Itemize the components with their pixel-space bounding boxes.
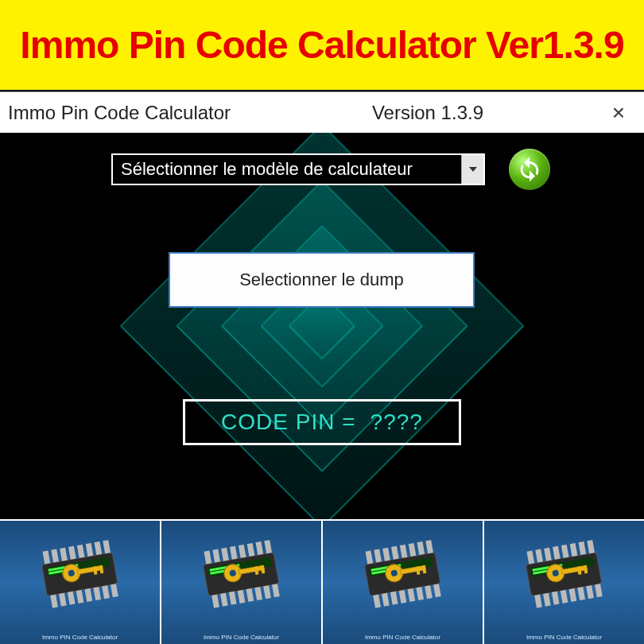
svg-rect-15 bbox=[68, 545, 76, 559]
window-version: Version 1.3.9 bbox=[372, 102, 483, 124]
svg-rect-55 bbox=[382, 592, 390, 606]
window-titlebar: Immo Pin Code Calculator Version 1.3.9 × bbox=[0, 91, 644, 133]
svg-rect-14 bbox=[60, 547, 68, 561]
svg-rect-5 bbox=[59, 592, 67, 606]
svg-rect-17 bbox=[85, 542, 93, 556]
chip-key-icon bbox=[351, 538, 455, 618]
chip-key-icon bbox=[190, 538, 293, 618]
svg-rect-61 bbox=[433, 584, 441, 597]
thumbnail-item: Immo PIN Code Calculator bbox=[161, 521, 323, 644]
thumbnail-item: Immo PIN Code Calculator bbox=[0, 521, 161, 644]
svg-rect-84 bbox=[577, 587, 585, 600]
banner: Immo Pin Code Calculator Ver1.3.9 bbox=[0, 0, 644, 91]
svg-rect-12 bbox=[42, 550, 50, 564]
svg-rect-56 bbox=[390, 591, 398, 604]
svg-rect-11 bbox=[111, 584, 118, 597]
thumbnail-item: Immo PIN Code Calculator bbox=[484, 521, 644, 644]
svg-rect-68 bbox=[417, 541, 425, 555]
result-box: CODE PIN = ???? bbox=[183, 399, 461, 445]
svg-rect-94 bbox=[587, 540, 595, 553]
svg-rect-19 bbox=[103, 540, 111, 553]
thumbnail-item: Immo PIN Code Calculator bbox=[323, 521, 484, 644]
svg-rect-65 bbox=[391, 545, 399, 559]
svg-rect-33 bbox=[246, 588, 254, 602]
app-body: Sélectionner le modèle de calculateur Se… bbox=[0, 133, 644, 519]
select-dump-label: Selectionner le dump bbox=[239, 270, 404, 290]
svg-rect-31 bbox=[228, 591, 236, 604]
svg-rect-37 bbox=[204, 550, 211, 564]
model-select-label: Sélectionner le modèle de calculateur bbox=[113, 155, 461, 184]
svg-rect-30 bbox=[220, 592, 228, 606]
svg-rect-88 bbox=[535, 549, 543, 562]
thumbnail-row: Immo PIN Code Calculator bbox=[0, 519, 644, 644]
result-label: CODE PIN = bbox=[221, 409, 355, 435]
refresh-icon bbox=[516, 156, 543, 183]
svg-rect-40 bbox=[230, 545, 238, 559]
thumbnail-label: Immo PIN Code Calculator bbox=[484, 634, 644, 641]
svg-rect-62 bbox=[365, 550, 373, 564]
svg-rect-44 bbox=[264, 540, 272, 553]
svg-rect-85 bbox=[586, 585, 594, 599]
svg-rect-90 bbox=[553, 545, 561, 559]
window-title: Immo Pin Code Calculator bbox=[8, 102, 231, 124]
chip-key-icon bbox=[513, 538, 616, 618]
svg-rect-80 bbox=[543, 592, 551, 606]
chevron-down-icon[interactable] bbox=[461, 155, 483, 184]
svg-rect-41 bbox=[238, 544, 246, 557]
svg-rect-34 bbox=[254, 587, 262, 600]
svg-rect-58 bbox=[407, 588, 415, 602]
svg-rect-64 bbox=[382, 547, 390, 561]
svg-rect-63 bbox=[374, 549, 382, 562]
svg-rect-35 bbox=[263, 585, 271, 599]
svg-rect-91 bbox=[561, 544, 568, 557]
svg-rect-38 bbox=[212, 549, 220, 562]
svg-rect-67 bbox=[408, 542, 416, 556]
svg-rect-7 bbox=[76, 589, 83, 603]
svg-rect-13 bbox=[51, 549, 59, 562]
svg-rect-87 bbox=[526, 550, 534, 564]
model-select-dropdown[interactable]: Sélectionner le modèle de calculateur bbox=[111, 153, 485, 185]
result-value: ???? bbox=[370, 409, 423, 435]
svg-rect-59 bbox=[416, 587, 424, 600]
thumbnail-label: Immo PIN Code Calculator bbox=[323, 634, 483, 641]
svg-rect-6 bbox=[67, 591, 75, 604]
svg-rect-93 bbox=[578, 541, 586, 555]
svg-rect-83 bbox=[568, 588, 576, 602]
close-button[interactable]: × bbox=[603, 100, 634, 126]
refresh-button[interactable] bbox=[509, 149, 550, 190]
svg-rect-60 bbox=[425, 585, 433, 599]
svg-rect-32 bbox=[237, 589, 245, 603]
svg-rect-79 bbox=[534, 594, 542, 607]
svg-rect-4 bbox=[50, 594, 58, 607]
svg-rect-29 bbox=[211, 594, 219, 607]
svg-rect-9 bbox=[93, 587, 101, 600]
svg-rect-57 bbox=[398, 589, 406, 603]
svg-rect-54 bbox=[373, 594, 381, 607]
svg-rect-81 bbox=[551, 591, 559, 604]
background-pattern bbox=[123, 133, 521, 519]
banner-title: Immo Pin Code Calculator Ver1.3.9 bbox=[20, 23, 623, 67]
svg-rect-18 bbox=[94, 541, 102, 555]
svg-rect-39 bbox=[221, 547, 229, 561]
svg-rect-82 bbox=[560, 589, 568, 603]
svg-rect-10 bbox=[102, 585, 110, 599]
svg-rect-92 bbox=[569, 542, 577, 556]
chip-key-icon bbox=[29, 538, 132, 618]
svg-rect-16 bbox=[76, 544, 84, 557]
thumbnail-label: Immo PIN Code Calculator bbox=[161, 634, 321, 641]
svg-rect-86 bbox=[595, 584, 603, 597]
svg-rect-69 bbox=[425, 540, 433, 553]
svg-rect-66 bbox=[399, 544, 407, 557]
select-dump-button[interactable]: Selectionner le dump bbox=[169, 252, 475, 308]
svg-rect-8 bbox=[84, 588, 92, 602]
svg-rect-43 bbox=[255, 541, 263, 555]
thumbnail-label: Immo PIN Code Calculator bbox=[0, 634, 160, 641]
svg-rect-42 bbox=[246, 542, 254, 556]
svg-rect-89 bbox=[544, 547, 552, 561]
svg-rect-36 bbox=[272, 584, 280, 597]
